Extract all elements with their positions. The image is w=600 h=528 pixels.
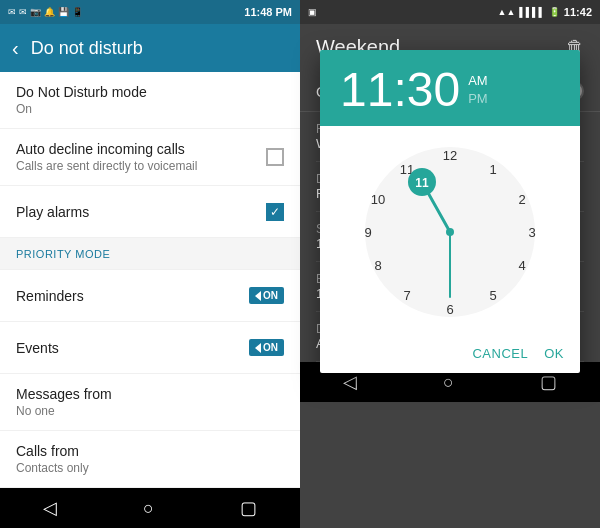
svg-text:2: 2 — [518, 192, 525, 207]
events-label: Events — [16, 340, 249, 356]
back-button[interactable]: ‹ — [12, 37, 19, 60]
clock-colon: : — [393, 63, 406, 116]
messages-from-value: No one — [16, 404, 284, 418]
setting-auto-decline[interactable]: Auto decline incoming calls Calls are se… — [0, 129, 300, 186]
toolbar: ‹ Do not disturb — [0, 24, 300, 72]
clock-header: 11:30 AM PM — [320, 50, 580, 126]
svg-text:5: 5 — [489, 288, 496, 303]
status-icons-left: ✉ ✉ 📷 🔔 💾 📱 — [8, 7, 83, 17]
svg-text:3: 3 — [528, 225, 535, 240]
nav-bar-left: ◁ ○ ▢ — [0, 488, 300, 528]
setting-reminders[interactable]: Reminders ON — [0, 270, 300, 322]
toolbar-title: Do not disturb — [31, 38, 143, 59]
left-panel: ✉ ✉ 📷 🔔 💾 📱 11:48 PM ‹ Do not disturb Do… — [0, 0, 300, 528]
setting-play-alarms[interactable]: Play alarms ✓ — [0, 186, 300, 238]
setting-events[interactable]: Events ON — [0, 322, 300, 374]
signal-icon: ▌▌▌▌ — [519, 7, 545, 17]
calls-from-label: Calls from — [16, 443, 284, 459]
svg-text:1: 1 — [489, 162, 496, 177]
status-time-right: 11:42 — [564, 6, 592, 18]
envelope-icon: ✉ — [8, 7, 16, 17]
reminders-label: Reminders — [16, 288, 249, 304]
nav-home-right[interactable]: ○ — [443, 372, 454, 393]
svg-text:6: 6 — [446, 302, 453, 317]
status-bar-right: ▣ ▲▲ ▌▌▌▌ 🔋 11:42 — [300, 0, 600, 24]
nav-back-right[interactable]: ◁ — [343, 371, 357, 393]
status-time-left: 11:48 PM — [244, 6, 292, 18]
setting-dnd-mode[interactable]: Do Not Disturb mode On — [0, 72, 300, 129]
auto-decline-sublabel: Calls are sent directly to voicemail — [16, 159, 266, 173]
clock-face-container: 12 1 2 3 4 5 6 7 8 — [320, 126, 580, 338]
clock-hour[interactable]: 11 — [340, 63, 393, 116]
status-bar-left: ✉ ✉ 📷 🔔 💾 📱 11:48 PM — [0, 0, 300, 24]
svg-text:11: 11 — [415, 176, 429, 190]
bell-icon: 🔔 — [44, 7, 55, 17]
svg-point-15 — [446, 228, 454, 236]
dnd-mode-value: On — [16, 102, 284, 116]
pm-option[interactable]: PM — [468, 90, 488, 108]
nav-recent-left[interactable]: ▢ — [240, 497, 257, 519]
sim-icon: ▣ — [308, 7, 317, 17]
svg-text:7: 7 — [403, 288, 410, 303]
calls-from-value: Contacts only — [16, 461, 284, 475]
camera-icon: 📷 — [30, 7, 41, 17]
svg-text:12: 12 — [443, 148, 457, 163]
setting-calls-from[interactable]: Calls from Contacts only — [0, 431, 300, 488]
clock-ampm: AM PM — [468, 72, 488, 108]
auto-decline-checkbox[interactable] — [266, 148, 284, 166]
battery-icon: 🔋 — [549, 7, 560, 17]
svg-text:9: 9 — [364, 225, 371, 240]
events-toggle[interactable]: ON — [249, 339, 284, 356]
wifi-icon: ▲▲ — [498, 7, 516, 17]
nav-home-left[interactable]: ○ — [143, 498, 154, 519]
play-alarms-checkbox[interactable]: ✓ — [266, 203, 284, 221]
messages-from-label: Messages from — [16, 386, 284, 402]
clock-actions: CANCEL OK — [320, 338, 580, 373]
clock-time-display: 11:30 — [340, 66, 460, 114]
cancel-button[interactable]: CANCEL — [472, 346, 528, 361]
clock-face[interactable]: 12 1 2 3 4 5 6 7 8 — [360, 142, 540, 322]
phone-icon: 📱 — [72, 7, 83, 17]
ok-button[interactable]: OK — [544, 346, 564, 361]
dnd-mode-label: Do Not Disturb mode — [16, 84, 284, 100]
priority-mode-label: PRIORITY MODE — [16, 248, 110, 260]
reminders-toggle[interactable]: ON — [249, 287, 284, 304]
priority-mode-header: PRIORITY MODE — [0, 238, 300, 270]
auto-decline-label: Auto decline incoming calls — [16, 141, 266, 157]
svg-text:4: 4 — [518, 258, 525, 273]
play-alarms-label: Play alarms — [16, 204, 266, 220]
mail-icon: ✉ — [19, 7, 27, 17]
nav-recent-right[interactable]: ▢ — [540, 371, 557, 393]
right-panel: ▣ ▲▲ ▌▌▌▌ 🔋 11:42 Weekend 🗑 Off Rule nam… — [300, 0, 600, 528]
nav-back-left[interactable]: ◁ — [43, 497, 57, 519]
setting-messages-from[interactable]: Messages from No one — [0, 374, 300, 431]
clock-svg: 12 1 2 3 4 5 6 7 8 — [360, 142, 540, 322]
svg-text:10: 10 — [371, 192, 385, 207]
settings-list: Do Not Disturb mode On Auto decline inco… — [0, 72, 300, 488]
sd-icon: 💾 — [58, 7, 69, 17]
am-option[interactable]: AM — [468, 72, 488, 90]
svg-text:8: 8 — [374, 258, 381, 273]
clock-minute[interactable]: 30 — [407, 63, 460, 116]
clock-dialog: 11:30 AM PM 12 1 2 — [320, 50, 580, 373]
